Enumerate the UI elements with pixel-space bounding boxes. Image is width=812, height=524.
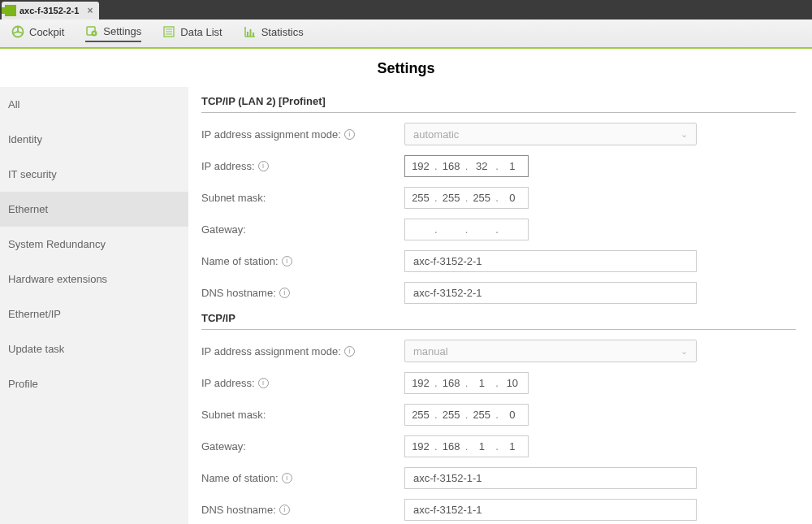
- dot-separator: .: [464, 409, 470, 421]
- label-gateway: Gateway:: [201, 440, 404, 453]
- subnet-input-oct2[interactable]: [439, 409, 464, 421]
- menu-label: Cockpit: [29, 26, 64, 38]
- menu-settings[interactable]: Settings: [85, 24, 141, 42]
- section-header: TCP/IP (LAN 3): [201, 521, 796, 524]
- gateway-input-oct3[interactable]: [469, 440, 494, 453]
- label-ip-mode: IP address assignment mode: i: [201, 345, 404, 357]
- menu-statistics[interactable]: Statistics: [244, 25, 304, 41]
- gateway-input-oct4[interactable]: [500, 223, 525, 236]
- svg-line-2: [13, 32, 18, 33]
- sidebar-item-identity[interactable]: Identity: [0, 122, 188, 157]
- ip-address-input[interactable]: ...: [404, 372, 529, 394]
- menu-cockpit[interactable]: Cockpit: [11, 25, 64, 41]
- gateway-input-oct2[interactable]: [439, 440, 464, 453]
- info-icon[interactable]: i: [344, 129, 355, 140]
- close-icon[interactable]: ×: [87, 5, 93, 16]
- subnet-input-oct3[interactable]: [469, 409, 494, 421]
- gateway-input-oct3[interactable]: [469, 223, 494, 236]
- dot-separator: .: [433, 192, 439, 204]
- section-header: TCP/IP (LAN 2) [Profinet]: [201, 87, 796, 113]
- gear-icon: [85, 24, 98, 37]
- ip-address-input-oct3[interactable]: [469, 377, 494, 389]
- gateway-input-oct1[interactable]: [408, 223, 433, 236]
- gateway-input[interactable]: ...: [404, 435, 529, 457]
- menu-label: Statistics: [261, 26, 304, 38]
- svg-point-7: [93, 32, 95, 34]
- dot-separator: .: [433, 223, 439, 236]
- ip-address-input[interactable]: ...: [404, 155, 529, 177]
- label-subnet: Subnet mask:: [201, 409, 404, 421]
- select-value: automatic: [413, 128, 459, 141]
- ip-address-input-oct1[interactable]: [408, 160, 433, 172]
- menubar: Cockpit Settings Data List Statistics: [0, 19, 812, 49]
- ip-address-input-oct1[interactable]: [408, 377, 433, 389]
- svg-rect-14: [247, 32, 248, 37]
- subnet-input-oct1[interactable]: [408, 409, 433, 421]
- info-icon[interactable]: i: [258, 378, 269, 388]
- ip-address-input-oct4[interactable]: [500, 160, 525, 172]
- dot-separator: .: [433, 160, 439, 172]
- dot-separator: .: [464, 440, 470, 453]
- info-icon[interactable]: i: [279, 288, 290, 298]
- sidebar-item-it-security[interactable]: IT security: [0, 157, 188, 192]
- gateway-input-oct1[interactable]: [408, 440, 433, 453]
- dns-hostname-input[interactable]: [404, 282, 697, 304]
- subnet-input-oct4[interactable]: [500, 192, 525, 204]
- dot-separator: .: [494, 409, 500, 421]
- ip-address-input-oct4[interactable]: [500, 377, 525, 389]
- station-name-input[interactable]: [404, 467, 697, 489]
- sidebar-item-system-redundancy[interactable]: System Redundancy: [0, 227, 188, 262]
- dot-separator: .: [464, 160, 470, 172]
- subnet-input-oct1[interactable]: [408, 192, 433, 204]
- steering-wheel-icon: [11, 25, 24, 38]
- dot-separator: .: [494, 160, 500, 172]
- list-icon: [162, 25, 175, 38]
- subnet-input-oct4[interactable]: [500, 409, 525, 421]
- info-icon[interactable]: i: [282, 256, 292, 266]
- dot-separator: .: [494, 440, 500, 453]
- page-title: Settings: [0, 60, 812, 77]
- station-name-input[interactable]: [404, 250, 697, 272]
- chevron-down-icon: ⌄: [680, 129, 688, 140]
- main-panel: TCP/IP (LAN 2) [Profinet]IP address assi…: [188, 87, 812, 524]
- label-station: Name of station: i: [201, 472, 404, 484]
- info-icon[interactable]: i: [258, 161, 269, 171]
- ip-mode-select[interactable]: automatic⌄: [404, 123, 697, 145]
- gateway-input[interactable]: ...: [404, 219, 529, 240]
- chevron-down-icon: ⌄: [680, 346, 688, 357]
- select-value: manual: [413, 345, 448, 357]
- ip-address-input-oct2[interactable]: [439, 160, 464, 172]
- gateway-input-oct4[interactable]: [500, 440, 525, 453]
- sidebar-item-update-task[interactable]: Update task: [0, 331, 188, 366]
- dns-hostname-input[interactable]: [404, 499, 697, 521]
- gateway-input-oct2[interactable]: [439, 223, 464, 236]
- app-tab[interactable]: axc-f-3152-2-1 ×: [2, 2, 99, 19]
- info-icon[interactable]: i: [279, 505, 290, 515]
- info-icon[interactable]: i: [282, 473, 292, 483]
- label-subnet: Subnet mask:: [201, 192, 404, 204]
- sidebar: AllIdentityIT securityEthernetSystem Red…: [0, 87, 188, 524]
- menu-label: Settings: [103, 25, 141, 37]
- menu-label: Data List: [180, 26, 222, 38]
- ip-address-input-oct3[interactable]: [469, 160, 494, 172]
- sidebar-item-all[interactable]: All: [0, 87, 188, 122]
- label-dns: DNS hostname: i: [201, 504, 404, 516]
- sidebar-item-hardware-extensions[interactable]: Hardware extensions: [0, 262, 188, 297]
- subnet-input[interactable]: ...: [404, 404, 529, 426]
- label-ip-mode: IP address assignment mode: i: [201, 128, 404, 141]
- subnet-input[interactable]: ...: [404, 187, 529, 209]
- ip-address-input-oct2[interactable]: [439, 377, 464, 389]
- sidebar-item-ethernet-ip[interactable]: Ethernet/IP: [0, 297, 188, 331]
- menu-datalist[interactable]: Data List: [162, 25, 222, 41]
- info-icon[interactable]: i: [344, 346, 355, 357]
- subnet-input-oct2[interactable]: [439, 192, 464, 204]
- sidebar-item-ethernet[interactable]: Ethernet: [0, 192, 188, 227]
- tab-title: axc-f-3152-2-1: [19, 6, 79, 15]
- dot-separator: .: [433, 440, 439, 453]
- dot-separator: .: [464, 192, 470, 204]
- ip-mode-select[interactable]: manual⌄: [404, 340, 697, 362]
- device-icon: [5, 5, 16, 16]
- dot-separator: .: [494, 223, 500, 236]
- sidebar-item-profile[interactable]: Profile: [0, 366, 188, 401]
- subnet-input-oct3[interactable]: [469, 192, 494, 204]
